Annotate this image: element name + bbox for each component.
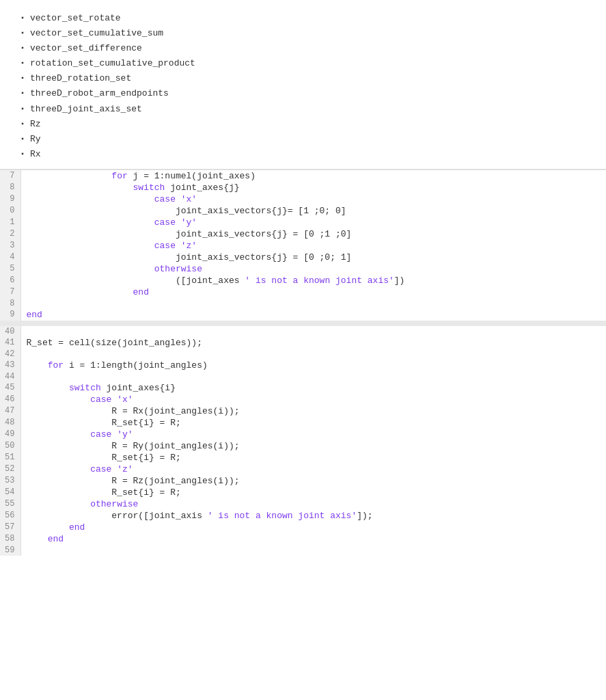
line-code [20,349,606,360]
line-code: case 'x' [20,193,606,205]
table-row: 1 case 'y' [0,217,606,228]
table-row: 54 R_set{i} = R; [0,487,606,498]
function-list-item: Rz [20,117,596,132]
line-number: 41 [0,337,20,349]
table-row: 58 end [0,533,606,545]
line-number: 49 [0,429,20,440]
table-row: 48 R_set{i} = R; [0,417,606,429]
line-code: joint_axis_vectors{j} = [0 ;1 ;0] [20,228,606,240]
line-code: case 'y' [20,217,606,228]
line-number: 55 [0,498,20,510]
line-code: R = Rx(joint_angles(i)); [20,405,606,417]
table-row: 53 R = Rz(joint_angles(i)); [0,475,606,487]
table-row: 56 error([joint_axis ' is not a known jo… [0,510,606,522]
table-row: 7 end [0,286,606,298]
table-row: 44 [0,371,606,382]
line-code: case 'z' [20,463,606,475]
function-list-item: rotation_set_cumulative_product [20,56,596,71]
table-row: 55 otherwise [0,498,606,510]
table-row: 59 [0,545,606,556]
line-number: 6 [0,275,20,286]
line-code: case 'x' [20,394,606,405]
function-list-item: vector_set_cumulative_sum [20,26,596,41]
table-row: 3 case 'z' [0,240,606,252]
line-code: for j = 1:numel(joint_axes) [20,170,606,182]
line-code: R = Rz(joint_angles(i)); [20,475,606,487]
description-block: vector_set_rotatevector_set_cumulative_s… [0,0,606,170]
line-number: 44 [0,371,20,382]
code-table-2: 4041R_set = cell(size(joint_angles));424… [0,326,606,556]
function-list-item: vector_set_rotate [20,11,596,26]
function-list-item: vector_set_difference [20,41,596,56]
line-number: 4 [0,252,20,263]
line-code: case 'z' [20,240,606,252]
line-code: otherwise [20,498,606,510]
line-code: end [20,522,606,533]
line-code: ([joint_axes ' is not a known joint axis… [20,275,606,286]
line-code: end [20,286,606,298]
function-list-item: threeD_robot_arm_endpoints [20,86,596,101]
line-number: 53 [0,475,20,487]
table-row: 41R_set = cell(size(joint_angles)); [0,337,606,349]
line-code: for i = 1:length(joint_angles) [20,360,606,371]
line-code [20,545,606,556]
table-row: 52 case 'z' [0,463,606,475]
function-list-item: threeD_joint_axis_set [20,102,596,117]
line-number: 57 [0,522,20,533]
table-row: 9 case 'x' [0,193,606,205]
line-number: 58 [0,533,20,545]
line-number: 0 [0,205,20,217]
table-row: 5 otherwise [0,263,606,275]
table-row: 50 R = Ry(joint_angles(i)); [0,440,606,452]
function-list-item: Ry [20,132,596,147]
line-code: end [20,309,606,321]
line-code: R_set{i} = R; [20,452,606,463]
table-row: 4 joint_axis_vectors{j} = [0 ;0; 1] [0,252,606,263]
line-number: 51 [0,452,20,463]
line-code [20,326,606,337]
table-row: 0 joint_axis_vectors{j}= [1 ;0; 0] [0,205,606,217]
line-number: 2 [0,228,20,240]
table-row: 8 switch joint_axes{j} [0,182,606,193]
line-code: R_set{i} = R; [20,487,606,498]
line-number: 46 [0,394,20,405]
line-number: 5 [0,263,20,275]
table-row: 49 case 'y' [0,429,606,440]
line-number: 40 [0,326,20,337]
line-number: 59 [0,545,20,556]
line-code: end [20,533,606,545]
function-list: vector_set_rotatevector_set_cumulative_s… [20,11,596,162]
line-code: joint_axis_vectors{j} = [0 ;0; 1] [20,252,606,263]
line-code: case 'y' [20,429,606,440]
line-number: 9 [0,193,20,205]
code-table-1: 7 for j = 1:numel(joint_axes)8 switch jo… [0,170,606,321]
line-number: 42 [0,349,20,360]
function-list-item: threeD_rotation_set [20,71,596,86]
line-number: 8 [0,182,20,193]
line-code: error([joint_axis ' is not a known joint… [20,510,606,522]
line-code [20,298,606,309]
line-number: 7 [0,170,20,182]
line-code [20,371,606,382]
table-row: 8 [0,298,606,309]
line-number: 7 [0,286,20,298]
line-code: R_set = cell(size(joint_angles)); [20,337,606,349]
table-row: 43 for i = 1:length(joint_angles) [0,360,606,371]
line-code: R = Ry(joint_angles(i)); [20,440,606,452]
table-row: 46 case 'x' [0,394,606,405]
line-number: 54 [0,487,20,498]
line-number: 52 [0,463,20,475]
table-row: 40 [0,326,606,337]
line-number: 9 [0,309,20,321]
line-number: 56 [0,510,20,522]
code-section-1: 7 for j = 1:numel(joint_axes)8 switch jo… [0,170,606,321]
table-row: 6 ([joint_axes ' is not a known joint ax… [0,275,606,286]
table-row: 51 R_set{i} = R; [0,452,606,463]
code-section-2: 4041R_set = cell(size(joint_angles));424… [0,321,606,556]
line-code: joint_axis_vectors{j}= [1 ;0; 0] [20,205,606,217]
table-row: 57 end [0,522,606,533]
line-number: 43 [0,360,20,371]
line-number: 48 [0,417,20,429]
line-number: 3 [0,240,20,252]
line-code: switch joint_axes{j} [20,182,606,193]
